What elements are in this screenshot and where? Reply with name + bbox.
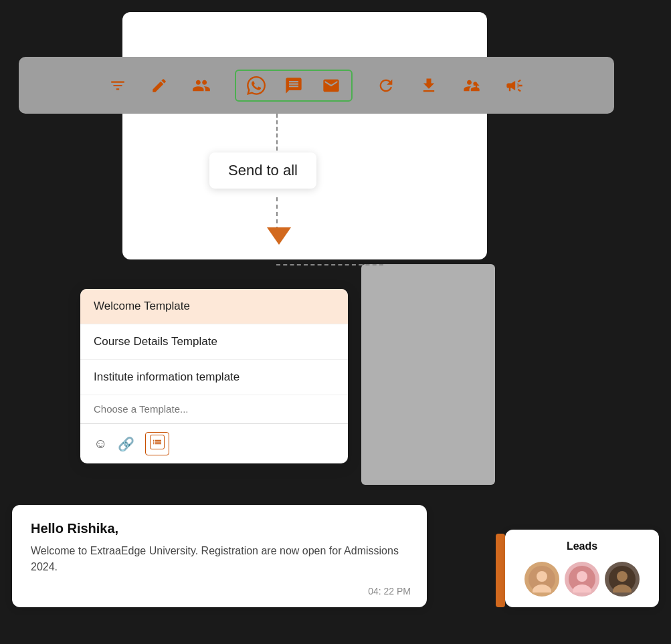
connector-line-horizontal [276, 264, 383, 265]
template-item-welcome[interactable]: Welcome Template [80, 289, 348, 324]
svg-point-4 [577, 571, 587, 582]
email-icon[interactable] [322, 76, 341, 95]
edit-icon[interactable] [151, 77, 168, 94]
message-greeting: Hello Rishika, [31, 521, 408, 536]
arrow-down-indicator [267, 227, 291, 245]
template-search-area[interactable] [80, 395, 348, 424]
template-compose-toolbar: ☺ 🔗 [80, 424, 348, 463]
action-toolbar [19, 57, 614, 114]
broadcast-icon[interactable] [505, 76, 524, 95]
whatsapp-icon[interactable] [247, 76, 266, 95]
assign-icon[interactable] [462, 76, 481, 95]
template-list-icon[interactable] [145, 432, 169, 455]
leads-avatars-container [517, 562, 647, 597]
download-icon[interactable] [419, 76, 438, 95]
emoji-icon[interactable]: ☺ [94, 436, 107, 451]
template-item-course[interactable]: Course Details Template [80, 324, 348, 360]
svg-point-1 [537, 571, 547, 582]
message-preview-bubble: Hello Rishika, Welcome to ExtraaEdge Uni… [12, 505, 427, 607]
refresh-icon[interactable] [377, 76, 395, 95]
attachment-icon[interactable]: 🔗 [118, 436, 134, 452]
leads-card-title: Leads [517, 540, 647, 552]
avatar-2 [565, 562, 599, 597]
message-timestamp: 04: 22 PM [368, 586, 411, 597]
connector-line-2 [276, 197, 278, 231]
template-item-institute[interactable]: Institute information template [80, 360, 348, 395]
svg-point-7 [617, 571, 628, 582]
avatar-1 [524, 562, 559, 597]
send-to-all-tooltip: Send to all [209, 152, 316, 189]
right-panel [361, 264, 495, 485]
orange-accent-bar [496, 534, 505, 607]
message-body: Welcome to ExtraaEdge University. Regist… [31, 543, 408, 575]
top-background-card [122, 12, 487, 259]
sms-icon[interactable] [284, 76, 303, 95]
template-search-input[interactable] [94, 403, 334, 415]
reassign-icon[interactable] [192, 76, 211, 95]
send-group [235, 70, 353, 102]
leads-card: Leads [505, 530, 659, 607]
filter-icon[interactable] [109, 77, 126, 94]
template-dropdown: Welcome Template Course Details Template… [80, 289, 348, 463]
avatar-3 [605, 562, 640, 597]
